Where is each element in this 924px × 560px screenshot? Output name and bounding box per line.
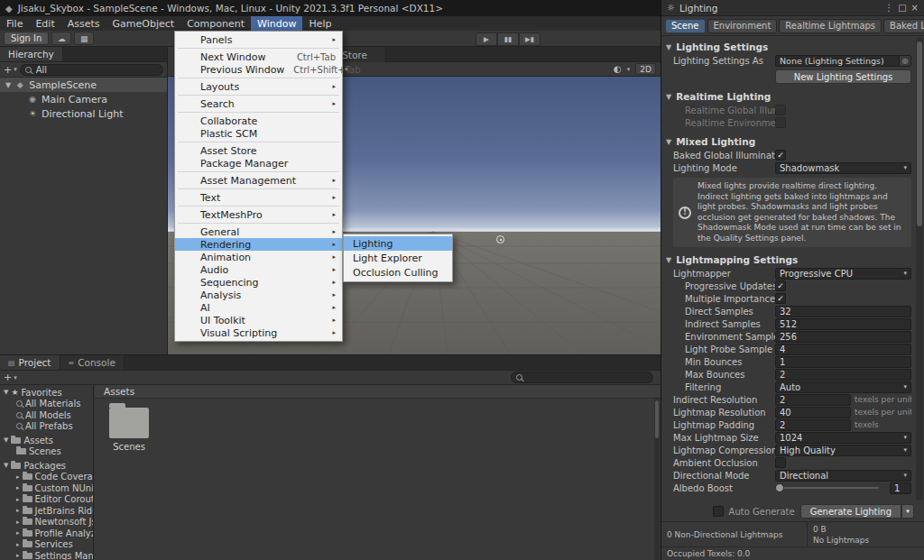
light-probe-samples-field[interactable]: 4 [775, 344, 911, 355]
menu-item-layouts[interactable]: Layouts▸ [175, 80, 342, 93]
directional-light-gizmo[interactable] [496, 235, 504, 243]
menu-item-visual-scripting[interactable]: Visual Scripting▸ [175, 326, 342, 339]
project-search-input[interactable] [511, 372, 653, 383]
foldout-icon[interactable]: ▸ [16, 484, 20, 491]
foldout-icon[interactable]: ▼ [666, 256, 671, 264]
menu-item-panels[interactable]: Panels▸ [175, 33, 342, 46]
package-row[interactable]: ▸ Editor Coroutines [0, 494, 93, 506]
tab-baked-lightmaps[interactable]: Baked Lightmaps [883, 19, 924, 33]
tab-realtime-lightmaps[interactable]: Realtime Lightmaps [779, 19, 882, 33]
lightmap-padding-field[interactable]: 2 [775, 419, 851, 431]
lightmap-resolution-field[interactable]: 40 [775, 407, 851, 418]
asset-folder-scenes[interactable]: Scenes [102, 408, 156, 452]
menu-file[interactable]: File [0, 16, 29, 31]
float-window-icon[interactable]: □ [898, 3, 906, 13]
menu-help[interactable]: Help [302, 16, 337, 31]
menu-edit[interactable]: Edit [29, 16, 60, 31]
tab-hierarchy[interactable]: Hierarchy [0, 47, 63, 61]
menu-item-occlusion-culling[interactable]: Occlusion Culling [344, 265, 452, 280]
albedo-boost-slider[interactable] [775, 487, 879, 489]
close-icon[interactable]: × [911, 3, 919, 13]
indirect-samples-field[interactable]: 512 [775, 318, 911, 330]
foldout-icon[interactable]: ▸ [16, 529, 20, 537]
menu-item-general[interactable]: General▸ [175, 225, 342, 238]
menu-item-text[interactable]: Text▸ [175, 191, 342, 204]
cloud-icon[interactable]: ☁ [51, 32, 71, 45]
menu-item-search[interactable]: Search▸ [175, 97, 342, 110]
generate-lighting-button[interactable]: Generate Lighting ▾ [800, 504, 914, 519]
lighting-mode-dropdown[interactable]: Shadowmask ▾ [775, 162, 911, 174]
hierarchy-search-input[interactable]: All [20, 64, 163, 76]
pause-button[interactable]: ▮▮ [497, 32, 519, 46]
foldout-icon[interactable]: ▸ [16, 552, 20, 559]
foldout-icon[interactable]: ▼ [4, 462, 8, 469]
foldout-icon[interactable]: ▼ [666, 43, 671, 51]
menu-item-previous-window[interactable]: Previous WindowCtrl+Shift+Tab [175, 63, 342, 76]
foldout-icon[interactable]: ▸ [16, 473, 20, 481]
lightmap-compression-dropdown[interactable]: High Quality▾ [775, 445, 911, 456]
menu-item-light-explorer[interactable]: Light Explorer [344, 251, 452, 265]
ambient-occlusion-checkbox[interactable] [775, 457, 786, 468]
foldout-icon[interactable]: ▼ [4, 389, 8, 396]
menu-item-animation[interactable]: Animation▸ [175, 251, 342, 263]
min-bounces-field[interactable]: 1 [775, 356, 911, 368]
tab-project[interactable]: ▤ Project [0, 355, 60, 370]
package-row[interactable]: ▸ JetBrains Rider Editor [0, 505, 93, 517]
step-button[interactable]: ▶▮ [519, 32, 541, 46]
package-row[interactable]: ▸ Profile Analyzer [0, 528, 93, 539]
favorite-all-materials[interactable]: All Materials [0, 399, 93, 410]
environment-samples-field[interactable]: 256 [775, 331, 911, 343]
tab-console[interactable]: ≡ Console [60, 355, 125, 370]
object-picker-icon[interactable]: ◎ [899, 55, 910, 67]
favorite-all-prefabs[interactable]: All Prefabs [0, 421, 93, 433]
2d-toggle-button[interactable]: 2D [635, 63, 656, 75]
menu-gameobject[interactable]: GameObject [106, 16, 181, 31]
menu-component[interactable]: Component [180, 16, 251, 31]
foldout-icon[interactable]: ▼ [666, 138, 671, 146]
hierarchy-item-main-camera[interactable]: ◉ Main Camera [0, 92, 167, 106]
create-object-button[interactable]: +▾ [4, 64, 17, 76]
shading-mode-icon[interactable]: ◐ [614, 64, 622, 74]
auto-generate-checkbox[interactable] [713, 506, 724, 517]
baked-gi-checkbox[interactable]: ✓ [775, 150, 786, 161]
tab-environment[interactable]: Environment [707, 19, 778, 33]
section-lightmapping-settings[interactable]: ▼ Lightmapping Settings [661, 252, 924, 267]
filtering-dropdown[interactable]: Auto▾ [775, 381, 911, 393]
play-button[interactable]: ▶ [476, 32, 497, 46]
menu-item-lighting[interactable]: Lighting [344, 236, 452, 251]
foldout-icon[interactable]: ▼ [4, 436, 8, 444]
generate-dropdown-icon[interactable]: ▾ [901, 504, 914, 519]
lighting-scrollbar[interactable] [916, 37, 923, 500]
sign-in-button[interactable]: Sign In [4, 32, 49, 45]
menu-item-asset-store[interactable]: Asset Store [175, 144, 342, 157]
menu-window[interactable]: Window [251, 16, 302, 31]
progressive-updates-checkbox[interactable]: ✓ [775, 280, 786, 291]
new-lighting-settings-button[interactable]: New Lighting Settings [775, 69, 911, 84]
shading-dropdown-icon[interactable]: ▾ [627, 66, 631, 73]
indirect-resolution-field[interactable]: 2 [775, 394, 851, 406]
hierarchy-scene-row[interactable]: ▼ ◆ SampleScene [0, 78, 167, 92]
tab-scene-lighting[interactable]: Scene [665, 19, 706, 33]
favorite-all-models[interactable]: All Models [0, 409, 93, 421]
assets-root-row[interactable]: ▼ Assets [0, 435, 93, 446]
assets-grid[interactable]: Scenes [95, 399, 661, 560]
max-bounces-field[interactable]: 2 [775, 369, 911, 381]
favorites-header[interactable]: ▼ ★ Favorites [0, 387, 93, 399]
package-row[interactable]: ▸ Custom NUnit [0, 482, 93, 494]
foldout-icon[interactable]: ▼ [666, 93, 671, 101]
folder-scenes-row[interactable]: Scenes [0, 446, 93, 458]
foldout-icon[interactable]: ▸ [16, 507, 20, 514]
package-row[interactable]: ▸ Newtonsoft Json [0, 517, 93, 528]
section-lighting-settings[interactable]: ▼ Lighting Settings [661, 40, 924, 54]
menu-item-audio[interactable]: Audio▸ [175, 263, 342, 276]
foldout-icon[interactable]: ▸ [16, 519, 20, 526]
multiple-importance-checkbox[interactable]: ✓ [775, 293, 786, 304]
menu-assets[interactable]: Assets [61, 16, 106, 31]
menu-item-package-manager[interactable]: Package Manager [175, 157, 342, 170]
max-lightmap-size-dropdown[interactable]: 1024▾ [775, 432, 911, 444]
hierarchy-item-directional-light[interactable]: ☀ Directional Light [0, 106, 167, 121]
menu-item-plastic-scm[interactable]: Plastic SCM [175, 127, 342, 140]
menu-item-rendering[interactable]: Rendering▸ [175, 238, 342, 251]
menu-item-textmeshpro[interactable]: TextMeshPro▸ [175, 208, 342, 221]
directional-mode-dropdown[interactable]: Directional▾ [775, 470, 911, 482]
